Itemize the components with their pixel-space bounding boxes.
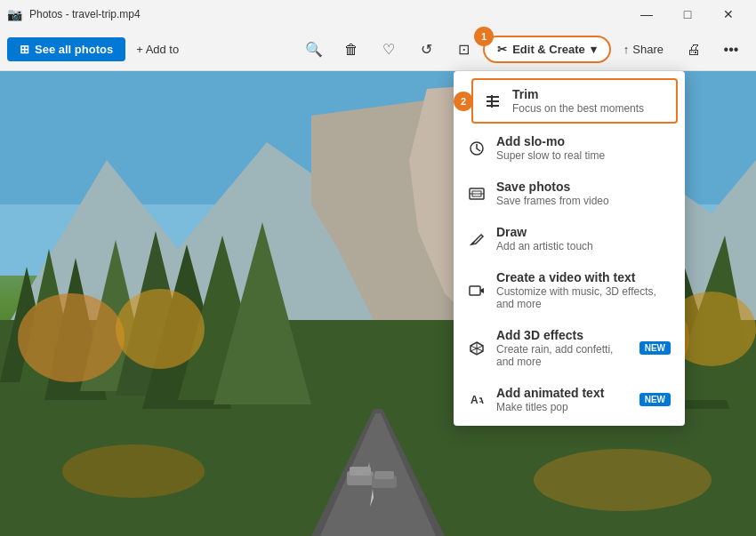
- animated-text-icon: A: [468, 391, 486, 409]
- svg-point-27: [62, 444, 205, 498]
- svg-point-29: [18, 293, 125, 382]
- dropdown-menu: 2 Trim Focus on the best moments: [454, 71, 685, 426]
- menu-item-animated-text[interactable]: A Add animated text Make titles pop NEW: [454, 377, 685, 422]
- all-photos-icon: ⊞: [20, 43, 29, 56]
- 3d-effects-text: Add 3D effects Create rain, add confetti…: [496, 328, 629, 368]
- menu-item-draw[interactable]: Draw Add an artistic touch: [454, 216, 685, 261]
- trim-sub: Focus on the best moments: [512, 102, 665, 115]
- slo-mo-icon: [468, 140, 486, 157]
- add-to-label: + Add to: [136, 43, 179, 56]
- animated-text-new-badge: NEW: [639, 393, 671, 406]
- minimize-button[interactable]: —: [626, 0, 667, 28]
- close-button[interactable]: ✕: [708, 0, 749, 28]
- menu-item-trim[interactable]: Trim Focus on the best moments: [471, 78, 678, 124]
- save-photos-icon: [468, 185, 486, 203]
- svg-text:A: A: [470, 394, 479, 406]
- print-icon: 🖨: [687, 42, 701, 58]
- app-icon: 📷: [7, 7, 22, 21]
- edit-create-button[interactable]: ✂ Edit & Create ▾: [483, 36, 611, 63]
- window-controls: — □ ✕: [626, 0, 749, 28]
- save-photos-sub: Save frames from video: [496, 195, 671, 207]
- slo-mo-label: Add slo-mo: [496, 134, 671, 148]
- more-button[interactable]: •••: [713, 32, 749, 68]
- svg-point-30: [116, 289, 205, 369]
- menu-item-3d-effects[interactable]: Add 3D effects Create rain, add confetti…: [454, 319, 685, 377]
- all-photos-button[interactable]: ⊞ See all photos: [7, 37, 125, 61]
- toolbar: ⊞ See all photos + Add to 🔍 🗑 ♡ ↺ ⊡ 1: [0, 28, 756, 71]
- step2-badge: 2: [454, 92, 473, 111]
- save-photos-label: Save photos: [496, 180, 671, 194]
- menu-item-create-video[interactable]: Create a video with text Customize with …: [454, 261, 685, 319]
- step1-badge: 1: [474, 27, 494, 46]
- svg-rect-41: [470, 286, 480, 295]
- trim-label: Trim: [512, 87, 665, 101]
- 3d-effects-new-badge: NEW: [639, 341, 671, 355]
- zoom-button[interactable]: 🔍: [296, 32, 332, 68]
- edit-icon: ✂: [497, 43, 507, 56]
- create-video-icon: [468, 282, 486, 300]
- crop-icon: ⊡: [458, 41, 470, 58]
- edit-create-label: Edit & Create: [512, 43, 585, 56]
- svg-point-28: [534, 449, 712, 511]
- chevron-down-icon: ▾: [591, 43, 597, 56]
- animated-text-label: Add animated text: [496, 386, 629, 400]
- draw-text: Draw Add an artistic touch: [496, 225, 671, 252]
- draw-icon: [468, 230, 486, 248]
- rotate-button[interactable]: ↺: [408, 32, 444, 68]
- toolbar-left: ⊞ See all photos + Add to: [7, 37, 296, 61]
- trim-text: Trim Focus on the best moments: [512, 87, 665, 115]
- trim-icon: [484, 92, 502, 110]
- slo-mo-text: Add slo-mo Super slow to real time: [496, 134, 671, 162]
- animated-text-text: Add animated text Make titles pop: [496, 386, 629, 413]
- svg-rect-24: [350, 467, 371, 476]
- 3d-effects-sub: Create rain, add confetti, and more: [496, 343, 629, 368]
- share-button[interactable]: ↑ Share: [613, 37, 674, 61]
- menu-item-slo-mo[interactable]: Add slo-mo Super slow to real time: [454, 125, 685, 171]
- create-video-text: Create a video with text Customize with …: [496, 270, 671, 310]
- share-label: Share: [632, 43, 664, 56]
- create-video-sub: Customize with music, 3D effects, and mo…: [496, 285, 671, 310]
- draw-label: Draw: [496, 225, 671, 239]
- create-video-label: Create a video with text: [496, 270, 671, 284]
- print-button[interactable]: 🖨: [676, 32, 712, 68]
- heart-icon: ♡: [382, 41, 395, 58]
- draw-sub: Add an artistic touch: [496, 240, 671, 252]
- rotate-icon: ↺: [421, 41, 432, 58]
- trash-icon: 🗑: [344, 42, 358, 58]
- delete-button[interactable]: 🗑: [334, 32, 369, 68]
- animated-text-sub: Make titles pop: [496, 401, 629, 413]
- menu-item-save-photos[interactable]: Save photos Save frames from video: [454, 171, 685, 216]
- main-content: 2 Trim Focus on the best moments: [0, 71, 756, 536]
- svg-rect-36: [491, 95, 493, 108]
- favorite-button[interactable]: ♡: [371, 32, 406, 68]
- window-title: Photos - travel-trip.mp4: [29, 8, 141, 20]
- title-bar: 📷 Photos - travel-trip.mp4 — □ ✕: [0, 0, 756, 28]
- 3d-effects-label: Add 3D effects: [496, 328, 629, 342]
- add-to-button[interactable]: + Add to: [125, 37, 189, 61]
- toolbar-right: 🔍 🗑 ♡ ↺ ⊡ 1 ✂ Edit & Create ▾ ↑ Sha: [296, 32, 749, 68]
- all-photos-label: See all photos: [35, 43, 113, 56]
- save-photos-text: Save photos Save frames from video: [496, 180, 671, 207]
- maximize-button[interactable]: □: [667, 0, 708, 28]
- 3d-effects-icon: [468, 340, 486, 357]
- share-icon: ↑: [623, 43, 630, 56]
- more-icon: •••: [724, 42, 739, 58]
- slo-mo-sub: Super slow to real time: [496, 149, 671, 162]
- svg-rect-26: [374, 471, 394, 479]
- zoom-icon: 🔍: [305, 41, 323, 58]
